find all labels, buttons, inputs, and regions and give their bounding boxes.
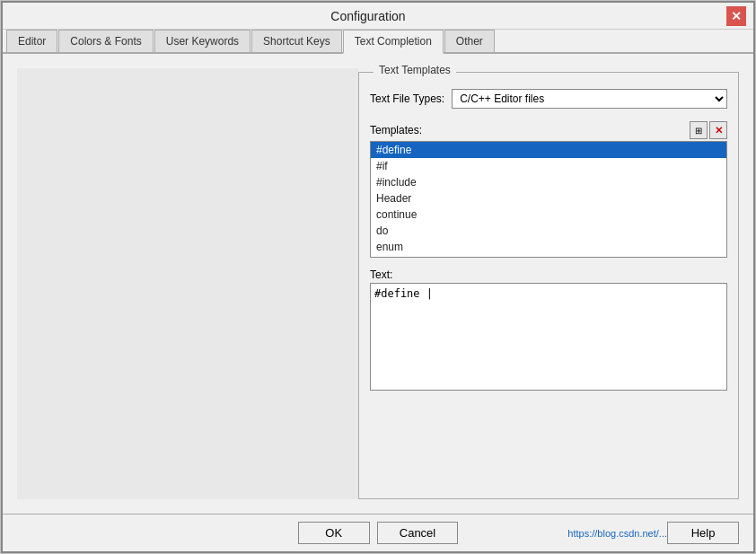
text-templates-group: Text Templates Text File Types: C/C++ Ed… — [358, 72, 739, 499]
tab-other[interactable]: Other — [444, 30, 495, 52]
text-label: Text: — [370, 268, 727, 281]
list-item[interactable]: enum — [371, 239, 726, 255]
templates-toolbar: ⊞ ✕ — [690, 121, 727, 139]
list-item[interactable]: continue — [371, 207, 726, 223]
templates-section: Templates: ⊞ ✕ #define #if #include Head… — [370, 121, 727, 258]
file-type-row: Text File Types: C/C++ Editor files HTML… — [370, 89, 727, 109]
url-text: https://blog.csdn.net/... — [567, 528, 667, 539]
file-type-select[interactable]: C/C++ Editor files HTML files Plain text — [452, 89, 727, 109]
text-section: Text: — [370, 268, 727, 393]
right-section: https://blog.csdn.net/... Help — [498, 522, 739, 544]
template-list[interactable]: #define #if #include Header continue do … — [370, 141, 727, 258]
tab-editor[interactable]: Editor — [6, 30, 57, 52]
tab-colors-fonts[interactable]: Colors & Fonts — [58, 30, 153, 52]
ok-button[interactable]: OK — [298, 522, 370, 544]
left-panel — [17, 68, 358, 499]
tab-text-completion[interactable]: Text Completion — [343, 30, 444, 54]
group-legend: Text Templates — [374, 64, 456, 76]
templates-header: Templates: ⊞ ✕ — [370, 121, 727, 139]
text-editor[interactable] — [370, 283, 727, 391]
list-item[interactable]: Header — [371, 190, 726, 207]
list-item[interactable]: #include — [371, 174, 726, 190]
bottom-bar: OK Cancel https://blog.csdn.net/... Help — [3, 514, 753, 551]
list-item[interactable]: #define — [371, 142, 726, 158]
delete-template-button[interactable]: ✕ — [709, 121, 727, 139]
configuration-dialog: Configuration ✕ Editor Colors & Fonts Us… — [1, 1, 755, 553]
templates-label: Templates: — [370, 124, 422, 136]
tab-shortcut-keys[interactable]: Shortcut Keys — [251, 30, 342, 52]
close-button[interactable]: ✕ — [726, 6, 746, 26]
help-button[interactable]: Help — [667, 522, 739, 544]
dialog-title: Configuration — [10, 9, 726, 23]
bottom-buttons: OK Cancel — [258, 522, 498, 544]
cancel-button[interactable]: Cancel — [377, 522, 458, 544]
tab-bar: Editor Colors & Fonts User Keywords Shor… — [3, 30, 753, 54]
content-area: Text Templates Text File Types: C/C++ Ed… — [3, 54, 753, 514]
list-item[interactable]: #if — [371, 158, 726, 174]
title-bar: Configuration ✕ — [3, 3, 753, 30]
add-template-button[interactable]: ⊞ — [690, 121, 708, 139]
list-item[interactable]: do — [371, 223, 726, 239]
tab-user-keywords[interactable]: User Keywords — [154, 30, 251, 52]
file-type-label: Text File Types: — [370, 92, 444, 105]
